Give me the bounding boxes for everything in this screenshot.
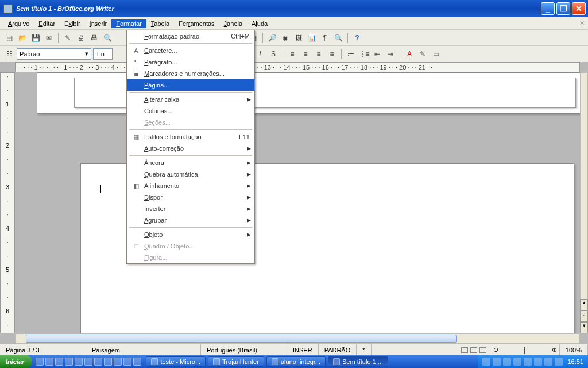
navigator-icon[interactable]: ◉ (280, 32, 291, 44)
font-name-select[interactable]: Tin (93, 48, 113, 60)
new-doc-icon[interactable]: ▤ (3, 32, 15, 44)
open-icon[interactable]: 📂 (17, 32, 28, 44)
find-icon[interactable]: 🔎 (266, 32, 278, 44)
tray-icon[interactable] (503, 358, 511, 366)
menu-entry[interactable]: ≣Marcadores e numerações... (127, 68, 254, 79)
align-left-icon[interactable]: ≡ (287, 48, 298, 60)
menu-tabela[interactable]: Tabela (146, 19, 174, 28)
status-mode[interactable]: PADRÃO (319, 344, 357, 355)
menu-entry[interactable]: Inverter▶ (127, 203, 254, 214)
vertical-scrollbar[interactable] (580, 72, 588, 334)
menu-entry[interactable]: Dispor▶ (127, 191, 254, 203)
taskbar-task[interactable]: teste - Micro... (146, 356, 206, 367)
tray-icon[interactable] (534, 358, 542, 366)
numbered-list-icon[interactable]: ≔ (345, 48, 357, 60)
horizontal-scrollbar[interactable] (15, 334, 580, 344)
menu-entry[interactable]: Alterar caixa▶ (127, 94, 254, 105)
ql-icon[interactable] (104, 358, 112, 366)
start-button[interactable]: Iniciar (0, 355, 32, 368)
tray-icon[interactable] (482, 358, 490, 366)
menu-formatar[interactable]: Formatar (111, 19, 146, 28)
menu-entry[interactable]: Auto-correção▶ (127, 143, 254, 154)
ql-icon[interactable] (65, 358, 73, 366)
menu-entry[interactable]: Âncora▶ (127, 157, 254, 168)
menu-entry[interactable]: Objeto▶ (127, 229, 254, 240)
ql-icon[interactable] (114, 358, 122, 366)
ql-icon[interactable] (36, 358, 44, 366)
align-center-icon[interactable]: ≡ (300, 48, 311, 60)
horizontal-ruler[interactable]: · · · · 1 · · · | · · · 1 · · · 2 · · · … (15, 62, 580, 72)
align-right-icon[interactable]: ≡ (313, 48, 324, 60)
taskbar-task[interactable]: Sem título 1 ... (328, 356, 388, 367)
bgcolor-icon[interactable]: ▭ (430, 48, 442, 60)
ql-icon[interactable] (133, 358, 141, 366)
taskbar-task[interactable]: aluno_integr... (266, 356, 326, 367)
menu-entry[interactable]: Formatação padrãoCtrl+M (127, 30, 254, 42)
pdf-icon[interactable]: 🖨 (75, 32, 87, 44)
menu-exibir[interactable]: Exibir (60, 19, 85, 28)
menu-entry[interactable]: ¶Parágrafo... (127, 56, 254, 68)
font-color-icon[interactable]: A (404, 48, 415, 60)
ql-icon[interactable] (75, 358, 83, 366)
datasrc-icon[interactable]: 📊 (306, 32, 318, 44)
styles-icon[interactable]: ☷ (3, 48, 15, 60)
hscroll-thumb[interactable] (26, 335, 457, 343)
indent-inc-icon[interactable]: ⇥ (385, 48, 396, 60)
ql-icon[interactable] (94, 358, 102, 366)
nav-knobs[interactable]: ▴○▾ (580, 299, 588, 334)
status-paper[interactable]: Paisagem (86, 344, 201, 355)
menu-entry[interactable]: Agrupar▶ (127, 214, 254, 226)
ql-icon[interactable] (84, 358, 92, 366)
bullet-list-icon[interactable]: ⋮≡ (358, 48, 370, 60)
zoom-slider[interactable]: ⊖ │ ⊕ (491, 344, 560, 355)
taskbar-task[interactable]: TrojanHunter (208, 356, 264, 367)
menu-arquivo[interactable]: Arquivo (3, 19, 34, 28)
indent-dec-icon[interactable]: ⇤ (372, 48, 383, 60)
tray-icon[interactable] (524, 358, 532, 366)
print-icon[interactable]: 🖶 (88, 32, 100, 44)
ql-icon[interactable] (123, 358, 131, 366)
view-mode-icons[interactable] (457, 347, 491, 353)
menu-entry[interactable]: Página... (127, 79, 254, 91)
clock[interactable]: 16:51 (567, 358, 583, 365)
menu-entry[interactable]: ◧Alinhamento▶ (127, 180, 254, 191)
save-icon[interactable]: 💾 (30, 32, 41, 44)
zoom-icon[interactable]: 🔍 (332, 32, 344, 44)
ql-icon[interactable] (45, 358, 53, 366)
underline-icon[interactable]: S (268, 48, 279, 60)
status-page[interactable]: Página 3 / 3 (0, 344, 86, 355)
paragraph-style-select[interactable]: Padrão ▾ (17, 48, 91, 60)
help-icon[interactable]: ? (351, 32, 363, 44)
tray-icon[interactable] (493, 358, 501, 366)
menu-ajuda[interactable]: Ajuda (247, 19, 272, 28)
menu-entry[interactable]: Quebra automática▶ (127, 168, 254, 180)
menu-janela[interactable]: Janela (219, 19, 247, 28)
preview-icon[interactable]: 🔍 (102, 32, 113, 44)
status-insert[interactable]: INSER (287, 344, 319, 355)
menu-inserir[interactable]: Inserir (85, 19, 112, 28)
close-button[interactable]: ✕ (572, 2, 586, 15)
vertical-ruler[interactable]: ··1··2··3··4··5··6· (0, 72, 15, 334)
menu-ferramentas[interactable]: Ferramentas (174, 19, 219, 28)
tray-icon[interactable] (544, 358, 552, 366)
minimize-button[interactable]: _ (541, 2, 555, 15)
document-area[interactable] (15, 72, 580, 334)
doc-close-icon[interactable]: ✕ (579, 20, 585, 27)
page-prev[interactable] (37, 72, 580, 114)
tray-icon[interactable] (555, 358, 563, 366)
ql-icon[interactable] (55, 358, 63, 366)
italic-icon[interactable]: I (254, 48, 266, 60)
nonprint-icon[interactable]: ¶ (319, 32, 331, 44)
menu-entry[interactable]: ACaractere... (127, 45, 254, 56)
maximize-button[interactable]: ❐ (556, 2, 570, 15)
status-zoom[interactable]: 100% (560, 344, 588, 355)
menu-editar[interactable]: Editar (34, 19, 60, 28)
menu-entry[interactable]: ▦Estilos e formataçãoF11 (127, 131, 254, 143)
align-justify-icon[interactable]: ≡ (326, 48, 338, 60)
mail-icon[interactable]: ✉ (43, 32, 55, 44)
status-language[interactable]: Português (Brasil) (201, 344, 287, 355)
tray-icon[interactable] (513, 358, 521, 366)
gallery-icon[interactable]: 🖼 (293, 32, 304, 44)
edit-icon[interactable]: ✎ (62, 32, 74, 44)
menu-entry[interactable]: Colunas... (127, 105, 254, 117)
